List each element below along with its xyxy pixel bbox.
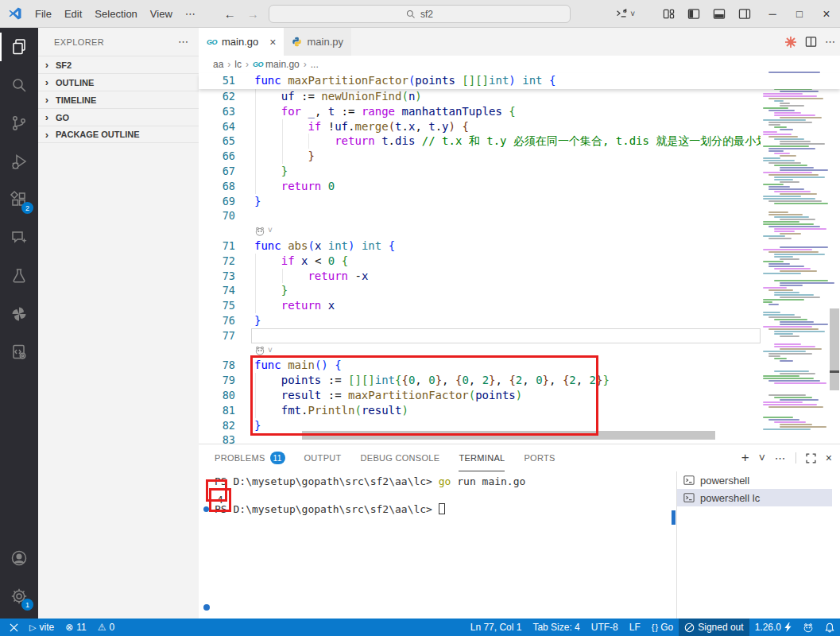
activity-item-testing[interactable] [0,257,38,295]
status-errors[interactable]: ⊗11 [60,619,92,636]
minimap-line [768,406,823,408]
section-label: SF2 [56,60,72,70]
status-vite-task[interactable]: ▷vite [24,619,60,636]
code-area[interactable]: 62uf := newUnionFind(n)63for _, t := ran… [199,89,840,444]
activity-item-extension-pinwheel[interactable] [0,295,38,333]
chevron-down-icon[interactable]: ˅ [268,343,273,359]
tab-close-icon[interactable]: × [269,36,276,48]
status-cursor-position[interactable]: Ln 77, Col 1 [465,619,528,636]
split-editor-icon[interactable] [805,36,817,48]
maximize-panel-button[interactable] [806,453,816,463]
breadcrumb-separator: › [304,59,307,70]
breadcrumb-item-lc[interactable]: lc [234,59,242,70]
panel-tab-terminal[interactable]: TERMINAL [459,444,505,471]
panel-tab-output[interactable]: OUTPUT [304,444,342,471]
menu-view[interactable]: View [144,5,179,23]
status-gopher[interactable] [797,619,819,636]
status-go-version[interactable]: 1.26.0 [749,619,797,636]
indent-guide [255,373,256,388]
activity-item-source-control[interactable] [0,104,38,142]
toggle-primary-sidebar-button[interactable] [683,4,705,25]
panel-tab-label: DEBUG CONSOLE [361,453,440,463]
activity-item-code-runner[interactable] [0,333,38,371]
menu-overflow[interactable]: ⋯ [179,5,202,23]
indent-guide [282,149,283,164]
menu-edit[interactable]: Edit [58,5,88,23]
launch-profile-button[interactable]: x ˅ [615,7,635,21]
activity-item-search[interactable] [0,66,38,104]
menu-file[interactable]: File [29,5,58,23]
launch-profile-dropdown-button[interactable]: ˅ [759,452,765,464]
panel-tab-ports[interactable]: PORTS [524,444,555,471]
code-text: return 0 [254,179,840,194]
panel-tab-debug-console[interactable]: DEBUG CONSOLE [361,444,440,471]
minimap-line [768,289,793,291]
status-language-mode[interactable]: { }Go [646,619,679,636]
horizontal-scrollbar-slider[interactable] [302,431,715,440]
vertical-scrollbar-slider[interactable] [830,308,839,390]
line-number: 65 [199,134,254,149]
close-button[interactable]: × [813,0,840,28]
activity-item-explorer[interactable] [0,28,38,66]
terminal-output[interactable]: PS D:\mysetup\gopath\src\sf2\aa\lc> go r… [199,471,672,619]
more-actions-button[interactable]: ⋯ [775,452,786,464]
breadcrumb-item-maingo[interactable]: GOmain.go [253,59,300,70]
sidebar-more-actions-button[interactable]: ⋯ [178,36,189,48]
panel-tab-problems[interactable]: PROBLEMS11 [215,444,285,471]
run-extension-icon[interactable] [784,36,797,48]
minimap-line [768,136,798,138]
close-panel-button[interactable]: × [826,452,832,464]
toggle-secondary-sidebar-button[interactable] [734,4,756,25]
maximize-button[interactable]: □ [786,0,813,28]
tab-main.go[interactable]: GOmain.go× [199,28,284,56]
breadcrumb-item-aa[interactable]: aa [213,59,223,70]
line-number: 67 [199,164,254,179]
minimap-line [763,314,795,316]
go-run-gopher-icon[interactable] [254,346,265,355]
status-eol[interactable]: LF [624,619,646,636]
title-bar: FileEditSelectionView⋯ ← → sf2 x ˅ [0,0,840,28]
minimize-button[interactable]: ─ [759,0,786,28]
activity-item-accounts[interactable] [0,539,38,577]
activity-item-run-debug[interactable] [0,142,38,180]
menu-selection[interactable]: Selection [88,5,143,23]
sidebar-section-outline[interactable]: ›OUTLINE [38,73,199,91]
minimap-line [768,263,790,265]
indent-guide [255,164,256,179]
customize-layout-button[interactable] [657,4,679,25]
breadcrumb-item-[interactable]: ... [311,59,319,70]
sidebar-section-timeline[interactable]: ›TIMELINE [38,91,199,108]
activity-item-settings[interactable]: 1 [0,577,38,615]
sidebar-section-go[interactable]: ›GO [38,108,199,126]
forward-arrow-icon[interactable]: → [247,7,259,21]
minimap[interactable] [761,70,829,439]
new-terminal-button[interactable]: + [741,450,749,466]
editor-more-actions-button[interactable]: ⋯ [825,36,835,48]
minimap-line [768,200,822,202]
toggle-panel-button[interactable] [708,4,730,25]
sidebar-section-sf2[interactable]: ›SF2 [38,56,199,73]
back-arrow-icon[interactable]: ← [224,7,236,21]
activity-item-chat[interactable] [0,219,38,257]
minimap-line [780,117,822,118]
terminal-list-item-powershell-lc[interactable]: powershell lc [677,489,832,506]
minimap-line [763,261,784,262]
status-indentation[interactable]: Tab Size: 4 [527,619,585,636]
command-center-search[interactable]: sf2 [269,5,571,23]
terminal-list-item-powershell[interactable]: powershell [677,471,832,489]
status-warnings[interactable]: ⚠0 [92,619,120,636]
status-notifications[interactable] [819,619,840,636]
sidebar-section-package-outline[interactable]: ›PACKAGE OUTLINE [38,126,199,143]
remote-icon [10,623,18,632]
line-number: 66 [199,149,254,164]
activity-item-extensions[interactable]: 2 [0,180,38,219]
line-number: 76 [199,313,254,328]
status-remote[interactable] [0,619,24,636]
activity-bar: 2 1 [0,28,38,619]
status-signed-out[interactable]: Signed out [679,619,749,636]
minimap-line [768,353,812,355]
status-encoding[interactable]: UTF-8 [586,619,624,636]
tab-main.py[interactable]: main.py [284,28,352,56]
go-run-gopher-icon[interactable] [254,227,265,236]
chevron-down-icon[interactable]: ˅ [268,223,273,238]
